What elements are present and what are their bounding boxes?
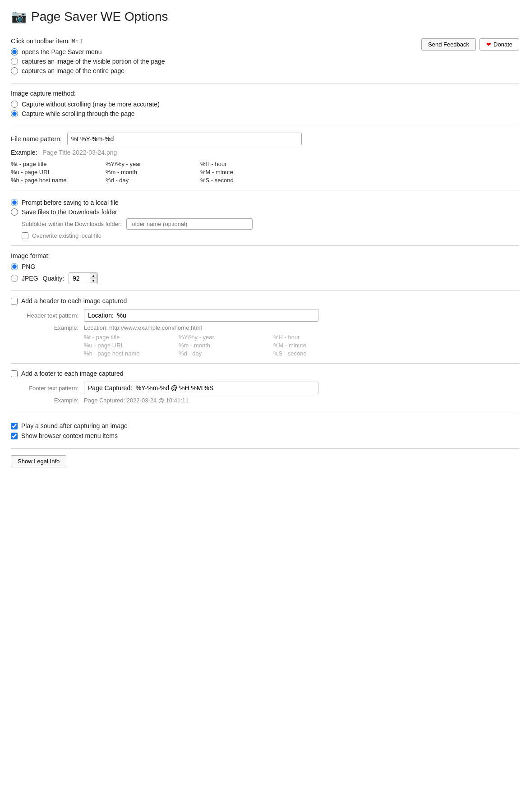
context-menu-label: Show browser context menu items xyxy=(21,432,118,439)
format-jpeg[interactable]: JPEG xyxy=(11,275,38,282)
sound-label: Play a sound after capturing an image xyxy=(21,422,128,429)
token-2: %H - hour xyxy=(200,161,272,167)
subfolder-input[interactable] xyxy=(126,218,253,230)
image-capture-section: Image capture method: Capture without sc… xyxy=(11,83,519,126)
htoken-4: %m - month xyxy=(179,342,260,349)
toolbar-option-2[interactable]: captures an image of the visible portion… xyxy=(11,58,165,65)
context-menu-checkbox[interactable] xyxy=(11,433,18,439)
capture-option-2[interactable]: Capture while scrolling through the page xyxy=(11,110,519,117)
save-option-1-label: Prompt before saving to a local file xyxy=(22,199,119,206)
footer-pattern-row: Footer text pattern: xyxy=(11,382,519,394)
save-option-2-label: Save files to the Downloads folder xyxy=(22,208,117,216)
token-6: %h - page host name xyxy=(11,177,92,184)
footer-checkbox[interactable] xyxy=(11,370,18,377)
quality-input-wrapper: ▲ ▼ xyxy=(69,272,98,284)
context-menu-option[interactable]: Show browser context menu items xyxy=(11,432,519,439)
capture-radio-2[interactable] xyxy=(11,110,18,117)
toolbar-option-3[interactable]: captures an image of the entire page xyxy=(11,67,165,74)
toolbar-option-1[interactable]: opens the Page Saver menu xyxy=(11,48,165,55)
sound-option[interactable]: Play a sound after capturing an image xyxy=(11,422,519,429)
htoken-0: %t - page title xyxy=(84,334,165,341)
token-7: %d - day xyxy=(106,177,187,184)
htoken-5: %M - minute xyxy=(273,342,346,349)
header-pattern-input[interactable] xyxy=(84,309,318,322)
format-jpeg-row: JPEG Quality: ▲ ▼ xyxy=(11,272,519,284)
toolbar-radio-group: opens the Page Saver menu captures an im… xyxy=(11,48,165,74)
page-title: 📷 Page Saver WE Options xyxy=(11,9,519,24)
format-png-radio[interactable] xyxy=(11,263,18,270)
show-legal-button[interactable]: Show Legal Info xyxy=(11,455,66,467)
footer-checkbox-row[interactable]: Add a footer to each image captured xyxy=(11,370,519,377)
capture-option-1-label: Capture without scrolling (may be more a… xyxy=(22,101,160,108)
save-option-2[interactable]: Save files to the Downloads folder xyxy=(11,208,519,216)
overwrite-row[interactable]: Overwrite existing local file xyxy=(22,232,519,239)
heart-icon: ❤ xyxy=(486,41,491,48)
filename-tokens: %t - page title %Y/%y - year %H - hour %… xyxy=(11,161,519,184)
capture-radio-group: Capture without scrolling (may be more a… xyxy=(11,101,519,117)
save-radio-2[interactable] xyxy=(11,208,18,216)
subfolder-row: Subfolder within the Downloads folder: xyxy=(22,218,519,230)
filename-pattern-input[interactable] xyxy=(67,133,302,145)
filename-pattern-label: File name pattern: xyxy=(11,135,62,143)
format-png[interactable]: PNG xyxy=(11,263,519,270)
token-5: %M - minute xyxy=(200,169,272,175)
token-0: %t - page title xyxy=(11,161,92,167)
overwrite-label: Overwrite existing local file xyxy=(32,232,101,239)
toolbar-instruction: Click on toolbar item: ⌘⇧I xyxy=(11,37,165,45)
token-4: %m - month xyxy=(106,169,187,175)
header-pattern-label: Header text pattern: xyxy=(11,312,78,319)
format-png-label: PNG xyxy=(22,263,35,270)
header-checkbox-row[interactable]: Add a header to each image captured xyxy=(11,297,519,304)
donate-button[interactable]: ❤ Donate xyxy=(479,38,519,51)
quality-label: Quality: xyxy=(43,275,64,282)
filename-example-label: Example: xyxy=(11,149,37,156)
quality-down[interactable]: ▼ xyxy=(90,279,97,283)
footer-example-label: Example: xyxy=(11,397,78,404)
footer-checkbox-label: Add a footer to each image captured xyxy=(21,370,123,377)
token-8: %S - second xyxy=(200,177,272,184)
footer-example-value: Page Captured: 2022-03-24 @ 10:41:11 xyxy=(84,397,189,404)
header-tokens: %t - page title %Y/%y - year %H - hour %… xyxy=(84,334,519,357)
htoken-1: %Y/%y - year xyxy=(179,334,260,341)
header-example-value: Location: http://www.example.com/home.ht… xyxy=(84,324,202,331)
capture-radio-1[interactable] xyxy=(11,101,18,108)
format-jpeg-label: JPEG xyxy=(22,275,38,282)
header-example-row: Example: Location: http://www.example.co… xyxy=(11,324,519,331)
footer-capture-section: Add a footer to each image captured Foot… xyxy=(11,364,519,413)
header-checkbox[interactable] xyxy=(11,298,18,304)
subfolder-label: Subfolder within the Downloads folder: xyxy=(22,221,122,227)
htoken-3: %u - page URL xyxy=(84,342,165,349)
save-section: Prompt before saving to a local file Sav… xyxy=(11,190,519,246)
shortcut-text: ⌘⇧I xyxy=(72,37,83,45)
send-feedback-button[interactable]: Send Feedback xyxy=(421,38,476,51)
header-pattern-row: Header text pattern: xyxy=(11,309,519,322)
token-1: %Y/%y - year xyxy=(106,161,187,167)
filename-pattern-row: File name pattern: xyxy=(11,133,519,145)
donate-label: Donate xyxy=(493,41,512,48)
toolbar-radio-1[interactable] xyxy=(11,48,18,55)
footer-pattern-input[interactable] xyxy=(84,382,318,394)
header-buttons: Send Feedback ❤ Donate xyxy=(421,38,519,51)
toolbar-radio-2[interactable] xyxy=(11,58,18,65)
footer-example-row: Example: Page Captured: 2022-03-24 @ 10:… xyxy=(11,397,519,404)
htoken-7: %d - day xyxy=(179,350,260,357)
capture-option-1[interactable]: Capture without scrolling (may be more a… xyxy=(11,101,519,108)
save-option-1[interactable]: Prompt before saving to a local file xyxy=(11,199,519,206)
toolbar-option-3-label: captures an image of the entire page xyxy=(22,67,124,74)
header-checkbox-label: Add a header to each image captured xyxy=(21,297,127,304)
quality-up[interactable]: ▲ xyxy=(90,274,97,278)
sound-checkbox[interactable] xyxy=(11,423,18,429)
format-jpeg-radio[interactable] xyxy=(11,275,18,282)
capture-option-2-label: Capture while scrolling through the page xyxy=(22,110,135,117)
filename-example-row: Example: Page Title 2022-03-24.png xyxy=(11,149,519,156)
overwrite-checkbox[interactable] xyxy=(22,232,28,239)
image-format-section: Image format: PNG JPEG Quality: ▲ ▼ xyxy=(11,246,519,291)
token-3: %u - page URL xyxy=(11,169,92,175)
save-radio-1[interactable] xyxy=(11,199,18,206)
htoken-6: %h - page host name xyxy=(84,350,165,357)
quality-spinner: ▲ ▼ xyxy=(90,274,97,283)
toolbar-section: Click on toolbar item: ⌘⇧I opens the Pag… xyxy=(11,31,519,83)
filename-section: File name pattern: Example: Page Title 2… xyxy=(11,126,519,190)
toolbar-radio-3[interactable] xyxy=(11,67,18,74)
htoken-8: %S - second xyxy=(273,350,346,357)
